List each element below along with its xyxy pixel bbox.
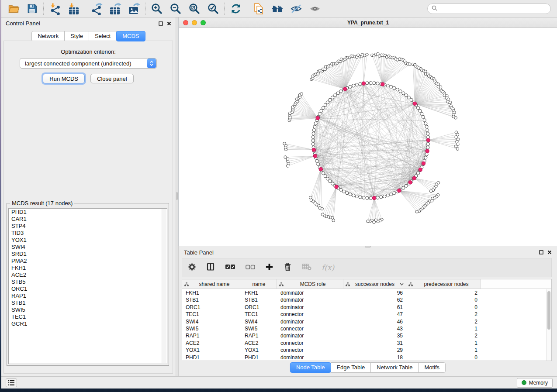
column-header-name[interactable]: name bbox=[241, 279, 277, 289]
table-row[interactable]: TEC1 TEC1 connector 47 2 bbox=[182, 311, 546, 318]
refresh-layout-icon[interactable] bbox=[226, 0, 245, 17]
export-network-icon[interactable] bbox=[87, 0, 106, 17]
tab-style[interactable]: Style bbox=[64, 31, 89, 41]
cell-predecessor-nodes: 0 bbox=[406, 304, 481, 311]
list-item[interactable]: STB5 bbox=[9, 279, 167, 285]
network-search-box[interactable] bbox=[427, 3, 551, 14]
attribute-type-icon bbox=[408, 282, 413, 286]
vertical-splitter[interactable] bbox=[176, 17, 179, 376]
float-panel-icon[interactable] bbox=[539, 248, 543, 256]
tab-network[interactable]: Network bbox=[31, 31, 65, 41]
zoom-fit-icon[interactable] bbox=[185, 0, 204, 17]
cell-mcds-role: dominator bbox=[277, 304, 343, 311]
add-column-icon[interactable] bbox=[265, 263, 273, 273]
criterion-select[interactable]: largest connected component (undirected) bbox=[20, 58, 157, 69]
list-item[interactable]: ACE2 bbox=[9, 272, 167, 279]
tab-mcds[interactable]: MCDS bbox=[116, 31, 145, 41]
memory-button[interactable]: Memory bbox=[517, 378, 553, 388]
export-image-icon[interactable] bbox=[125, 0, 143, 17]
column-header-shared-name[interactable]: shared name bbox=[182, 279, 241, 289]
network-canvas[interactable] bbox=[179, 28, 557, 246]
export-table-icon[interactable] bbox=[106, 0, 125, 17]
mcds-result-list[interactable]: PHD1 CAR1 STP4 TID3 YOX1 SWI4 SRD1 PMA2 … bbox=[8, 208, 167, 364]
list-item[interactable]: RAP1 bbox=[9, 292, 167, 299]
mcds-result-title: MCDS result (17 nodes) bbox=[10, 200, 74, 206]
cell-mcds-role: connector bbox=[277, 340, 343, 347]
cell-successor-nodes: 29 bbox=[343, 347, 406, 354]
main-toolbar bbox=[1, 0, 557, 17]
tab-edge-table[interactable]: Edge Table bbox=[330, 362, 371, 373]
cell-predecessor-nodes: 1 bbox=[406, 340, 481, 347]
table-row[interactable]: PHD1 PHD1 dominator 18 0 bbox=[182, 354, 546, 361]
network-window-title: YPA_prune.txt_1 bbox=[179, 20, 557, 26]
table-row[interactable]: SWI4 SWI4 dominator 46 2 bbox=[182, 318, 546, 325]
column-header-successor-nodes[interactable]: successor nodes bbox=[343, 279, 406, 289]
scrollbar-thumb[interactable] bbox=[547, 291, 550, 330]
first-neighbors-icon[interactable] bbox=[268, 0, 287, 17]
attribute-type-icon bbox=[346, 282, 350, 286]
list-item[interactable]: PHD1 bbox=[9, 209, 167, 216]
list-item[interactable]: STB1 bbox=[9, 299, 167, 306]
table-row[interactable]: ACE2 ACE2 connector 31 1 bbox=[182, 340, 546, 347]
table-row[interactable]: SWI5 SWI5 connector 43 1 bbox=[182, 325, 546, 332]
mcds-result-group: MCDS result (17 nodes) PHD1 CAR1 STP4 TI… bbox=[7, 203, 169, 366]
column-header-predecessor-nodes[interactable]: predecessor nodes bbox=[406, 279, 481, 289]
save-session-icon[interactable] bbox=[23, 0, 42, 17]
cell-shared-name: ACE2 bbox=[182, 340, 241, 347]
tab-network-table[interactable]: Network Table bbox=[370, 362, 419, 373]
list-item[interactable]: TID3 bbox=[9, 230, 167, 237]
table-scrollbar[interactable] bbox=[546, 289, 551, 361]
close-panel-button[interactable]: Close panel bbox=[90, 74, 134, 83]
list-item[interactable]: STP4 bbox=[9, 223, 167, 230]
cell-name: SWI5 bbox=[241, 325, 277, 332]
zoom-out-icon[interactable] bbox=[166, 0, 185, 17]
unselect-all-columns-icon[interactable] bbox=[246, 264, 255, 272]
table-options-icon[interactable] bbox=[188, 263, 196, 273]
zoom-selected-icon[interactable] bbox=[204, 0, 222, 17]
select-all-columns-icon[interactable] bbox=[225, 264, 235, 272]
show-all-icon[interactable] bbox=[305, 0, 324, 17]
column-header-mcds-role[interactable]: MCDS role bbox=[277, 279, 343, 289]
table-row[interactable]: YOX1 YOX1 connector 29 1 bbox=[182, 347, 546, 354]
import-network-icon[interactable] bbox=[45, 0, 64, 17]
table-row[interactable]: STB1 STB1 dominator 62 0 bbox=[182, 296, 546, 303]
list-item[interactable]: CAR1 bbox=[9, 216, 167, 223]
table-row[interactable]: ORC1 ORC1 dominator 61 0 bbox=[182, 304, 546, 311]
attribute-type-icon bbox=[279, 282, 284, 286]
list-item[interactable]: YOX1 bbox=[9, 237, 167, 244]
tab-motifs[interactable]: Motifs bbox=[418, 362, 446, 373]
tab-node-table[interactable]: Node Table bbox=[290, 362, 331, 373]
close-panel-icon[interactable] bbox=[547, 248, 552, 256]
show-columns-icon[interactable] bbox=[206, 262, 215, 273]
list-item[interactable]: ORC1 bbox=[9, 285, 167, 292]
zoom-in-icon[interactable] bbox=[147, 0, 166, 17]
list-item[interactable]: SWI4 bbox=[9, 244, 167, 251]
list-item[interactable]: PMA2 bbox=[9, 258, 167, 265]
import-table-icon[interactable] bbox=[64, 0, 83, 17]
list-item[interactable]: FKH1 bbox=[9, 265, 167, 272]
float-panel-icon[interactable] bbox=[159, 20, 163, 28]
list-scrollbar[interactable] bbox=[162, 209, 166, 363]
table-row[interactable]: FKH1 FKH1 dominator 96 2 bbox=[182, 289, 546, 296]
search-input[interactable] bbox=[440, 4, 550, 13]
duplicate-network-icon[interactable] bbox=[249, 0, 268, 17]
list-item[interactable]: SWI5 bbox=[9, 306, 167, 313]
cell-mcds-role: dominator bbox=[277, 332, 343, 339]
table-row[interactable]: RAP1 RAP1 dominator 35 2 bbox=[182, 332, 546, 339]
list-item[interactable]: GCR1 bbox=[9, 320, 167, 327]
close-panel-icon[interactable] bbox=[167, 20, 171, 28]
run-mcds-button[interactable]: Run MCDS bbox=[43, 74, 85, 83]
open-file-icon[interactable] bbox=[4, 0, 23, 17]
cell-predecessor-nodes: 0 bbox=[406, 296, 481, 303]
tab-select[interactable]: Select bbox=[89, 31, 117, 41]
network-graph[interactable] bbox=[179, 28, 557, 246]
list-item[interactable]: TEC1 bbox=[9, 313, 167, 320]
task-history-button[interactable] bbox=[6, 378, 17, 387]
table-panel: Table Panel bbox=[179, 246, 557, 376]
function-builder-icon: f(x) bbox=[322, 263, 334, 272]
delete-column-icon[interactable] bbox=[284, 263, 292, 273]
network-window-titlebar[interactable]: YPA_prune.txt_1 bbox=[179, 17, 557, 28]
hide-selected-icon[interactable] bbox=[287, 0, 305, 17]
network-view-frame: YPA_prune.txt_1 bbox=[179, 17, 557, 246]
list-item[interactable]: SRD1 bbox=[9, 251, 167, 258]
